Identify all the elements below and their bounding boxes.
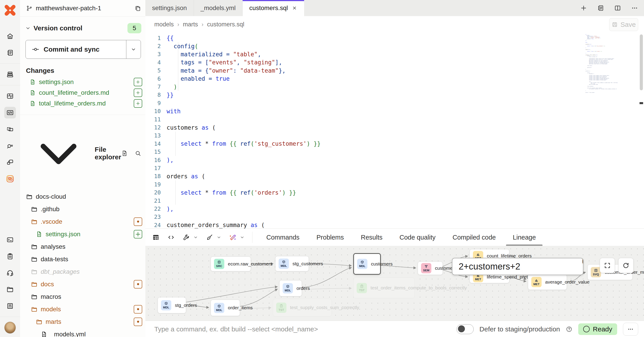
dbt-logo[interactable]	[0, 0, 20, 20]
code-preview-icon[interactable]	[167, 234, 175, 241]
update-graph-button[interactable]: Update Graph	[574, 258, 584, 275]
code-line-21[interactable]: 21	[145, 197, 644, 205]
changed-file-row[interactable]: total_lifetime_orders.md	[20, 98, 145, 109]
breadcrumb-item[interactable]: models	[154, 21, 174, 28]
lineage-node-orders[interactable]: MDLorders	[279, 280, 302, 296]
code-line-8[interactable]: 8}}	[145, 91, 644, 99]
tree-item-models[interactable]: models	[20, 303, 145, 316]
code-line-3[interactable]: 3 materialized = "table",	[145, 50, 644, 58]
lineage-selector-input[interactable]	[452, 258, 574, 275]
rail-item-catalog[interactable]	[4, 173, 16, 185]
rail-item-organization[interactable]	[4, 300, 16, 312]
rail-item-canvas[interactable]	[4, 123, 16, 135]
chevron-down-icon[interactable]	[216, 235, 222, 240]
code-line-15[interactable]: 15	[145, 148, 644, 156]
new-tab-icon[interactable]	[580, 4, 587, 12]
code-line-19[interactable]: 19	[145, 180, 644, 188]
editor-tab-customers.sql[interactable]: customers.sql	[242, 0, 304, 16]
stage-file-button[interactable]	[134, 99, 142, 108]
changed-file-row[interactable]: settings.json	[20, 77, 145, 87]
more-options-icon[interactable]	[631, 4, 638, 12]
rail-item-terminal[interactable]	[4, 234, 16, 246]
commit-options-caret[interactable]	[126, 40, 141, 58]
lineage-canvas[interactable]: SRCecom.raw_customersMDLstg_customersMDL…	[145, 246, 644, 321]
notebook-icon[interactable]	[597, 4, 604, 12]
code-line-17[interactable]: 17	[145, 164, 644, 172]
panel-tab-lineage[interactable]: Lineage	[512, 229, 537, 246]
copy-icon[interactable]	[134, 5, 141, 12]
rail-item-tasks[interactable]	[4, 251, 16, 262]
defer-toggle[interactable]	[456, 324, 474, 334]
panel-tab-code-quality[interactable]: Code quality	[398, 229, 437, 246]
stage-file-button[interactable]	[134, 78, 142, 86]
split-editor-icon[interactable]	[614, 4, 621, 12]
code-editor[interactable]: 1{{2 config(3 materialized = "table",4 t…	[145, 33, 644, 228]
build-tools-icon[interactable]	[182, 234, 190, 241]
stage-file-button[interactable]	[134, 88, 142, 97]
panel-tab-results[interactable]: Results	[360, 229, 384, 246]
code-line-11[interactable]: 11	[145, 115, 644, 123]
changed-file-row[interactable]: count_lifetime_orders.md	[20, 87, 145, 98]
code-line-5[interactable]: 5 meta = {"owner": "data-team"},	[145, 67, 644, 75]
lineage-node-test_order_items[interactable]: TSTtest_order_items_compute_to_bools_cor…	[353, 278, 415, 298]
lineage-node-ecom.raw_customers[interactable]: SRCecom.raw_customers	[211, 257, 251, 271]
breadcrumb-item[interactable]: customers.sql	[207, 21, 244, 28]
rail-item-projects[interactable]	[4, 284, 16, 295]
rail-item-account[interactable]	[4, 322, 16, 334]
rail-item-support[interactable]	[4, 267, 16, 279]
refresh-button[interactable]	[618, 258, 634, 273]
rail-item-home[interactable]	[4, 30, 16, 42]
status-more-button[interactable]	[623, 323, 638, 336]
tree-item-macros[interactable]: macros	[20, 291, 145, 303]
format-broom-icon[interactable]	[206, 234, 213, 241]
minimap[interactable]: {{ config( materialized = "table", tags …	[586, 34, 624, 93]
code-line-12[interactable]: 12customers as (	[145, 123, 644, 131]
code-line-13[interactable]: 13	[145, 132, 644, 140]
chevron-down-icon[interactable]	[240, 235, 245, 240]
chevron-down-icon[interactable]	[193, 235, 198, 240]
tree-item-data-tests[interactable]: data-tests	[20, 253, 145, 266]
command-input[interactable]: Type a command, ex. dbt build --select <…	[154, 325, 456, 333]
save-button[interactable]: Save	[609, 18, 638, 31]
lineage-node-average_order_value[interactable]: METaverage_order_value	[528, 274, 567, 290]
tree-item-analyses[interactable]: analyses	[20, 241, 145, 253]
rail-item-apps[interactable]	[4, 156, 16, 168]
rail-item-environments[interactable]	[4, 69, 16, 80]
tree-item-marts[interactable]: marts	[20, 316, 145, 328]
code-line-16[interactable]: 16),	[145, 156, 644, 164]
file-explorer-header[interactable]: File explorer	[20, 115, 145, 189]
commit-and-sync-button[interactable]: Commit and sync	[26, 40, 141, 59]
lineage-node-test_supply[interactable]: TSTtest_supply_costs_sum_correctly	[273, 299, 332, 317]
lineage-node-customers_sem[interactable]: SEMcustomers	[418, 262, 443, 275]
lineage-node-stg_customers[interactable]: MDLstg_customers	[275, 256, 309, 271]
code-line-7[interactable]: 7 )	[145, 83, 644, 91]
code-line-22[interactable]: 22),	[145, 205, 644, 213]
lineage-node-order_items[interactable]: MDLorder_items	[211, 300, 240, 316]
new-file-icon[interactable]	[121, 150, 128, 157]
code-line-23[interactable]: 23	[145, 213, 644, 221]
code-line-10[interactable]: 10with	[145, 107, 644, 115]
lineage-node-customers[interactable]: MDLcustomers	[353, 253, 381, 275]
code-line-1[interactable]: 1{{	[145, 34, 644, 42]
editor-tab-settings.json[interactable]: settings.json	[145, 0, 194, 16]
scrollbar-thumb[interactable]	[640, 34, 643, 90]
tree-item-dbt_packages[interactable]: dbt_packages	[20, 266, 145, 278]
close-tab-icon[interactable]	[292, 5, 298, 11]
avatar[interactable]	[4, 322, 16, 334]
code-line-6[interactable]: 6 enabled = true	[145, 75, 644, 83]
search-icon[interactable]	[134, 150, 141, 157]
code-line-9[interactable]: 9	[145, 99, 644, 107]
tree-item-_models.yml[interactable]: _models.yml	[20, 328, 145, 337]
tree-item-docs[interactable]: docs	[20, 278, 145, 291]
lineage-node-stg_orders[interactable]: MDLstg_orders	[158, 297, 186, 313]
code-line-2[interactable]: 2 config(	[145, 42, 644, 50]
ai-wand-icon[interactable]	[229, 234, 236, 241]
tree-item-docs-cloud[interactable]: docs-cloud	[20, 190, 145, 203]
commit-and-sync-main[interactable]: Commit and sync	[26, 40, 126, 58]
breadcrumb-item[interactable]: marts	[183, 21, 198, 28]
code-line-4[interactable]: 4 tags = ["events", "staging"],	[145, 58, 644, 66]
panel-tab-compiled-code[interactable]: Compiled code	[451, 229, 497, 246]
tree-item-.vscode[interactable]: .vscode	[20, 215, 145, 228]
version-control-header[interactable]: Version control 5	[20, 17, 145, 35]
tree-item-.github[interactable]: .github	[20, 203, 145, 215]
